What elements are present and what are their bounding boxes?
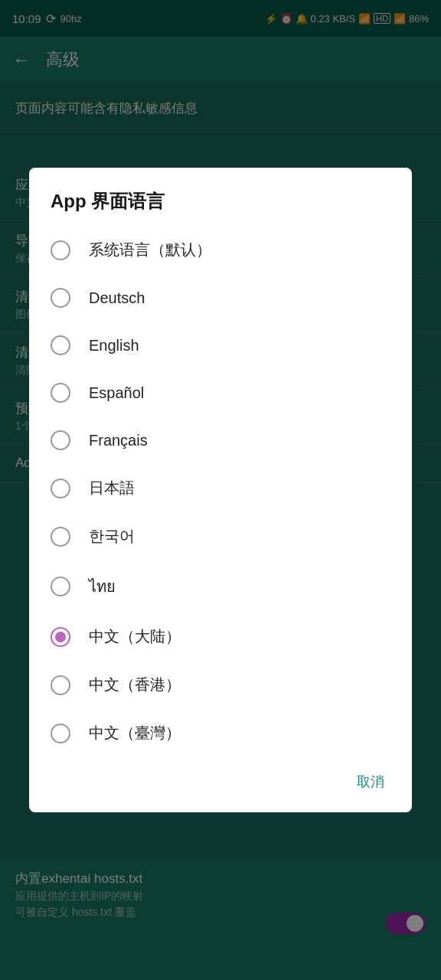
dialog-overlay: App 界面语言 系统语言（默认）DeutschEnglishEspañolFr… [0,0,441,980]
radio-label-ko: 한국어 [89,526,135,547]
radio-label-de: Deutsch [89,289,145,307]
radio-item-zh-tw[interactable]: 中文（臺灣） [38,709,403,757]
radio-circle-zh-cn [51,627,70,647]
radio-label-zh-cn: 中文（大陆） [89,626,181,647]
radio-circle-ja [51,479,70,498]
radio-label-fr: Français [89,432,148,449]
radio-item-th[interactable]: ไทย [38,560,403,612]
radio-circle-ko [51,527,70,547]
radio-item-zh-cn[interactable]: 中文（大陆） [38,612,403,661]
radio-item-fr[interactable]: Français [38,416,403,464]
radio-circle-zh-hk [51,675,70,695]
radio-inner-zh-cn [55,632,66,642]
radio-circle-es [51,383,70,403]
radio-item-en[interactable]: English [38,322,403,369]
radio-label-th: ไทย [89,574,116,599]
radio-label-zh-hk: 中文（香港） [89,675,181,695]
radio-item-sys[interactable]: 系统语言（默认） [38,226,403,274]
dialog-actions: 取消 [29,757,412,812]
radio-label-en: English [89,337,139,354]
radio-circle-zh-tw [51,724,70,743]
radio-item-ja[interactable]: 日本語 [38,464,403,512]
radio-item-es[interactable]: Español [38,369,403,416]
language-dialog: App 界面语言 系统语言（默认）DeutschEnglishEspañolFr… [29,168,412,812]
radio-circle-en [51,335,70,355]
radio-circle-de [51,288,70,308]
radio-label-ja: 日本語 [89,478,135,498]
radio-circle-sys [51,240,70,260]
radio-item-ko[interactable]: 한국어 [38,512,403,560]
radio-label-zh-tw: 中文（臺灣） [89,723,181,743]
cancel-button[interactable]: 取消 [348,766,394,797]
dialog-title: App 界面语言 [29,168,412,226]
radio-label-sys: 系统语言（默认） [89,240,211,260]
radio-circle-th [51,577,70,596]
radio-label-es: Español [89,384,144,402]
radio-item-de[interactable]: Deutsch [38,274,403,322]
dialog-body: 系统语言（默认）DeutschEnglishEspañolFrançais日本語… [29,226,412,757]
radio-item-zh-hk[interactable]: 中文（香港） [38,661,403,709]
radio-circle-fr [51,430,70,450]
